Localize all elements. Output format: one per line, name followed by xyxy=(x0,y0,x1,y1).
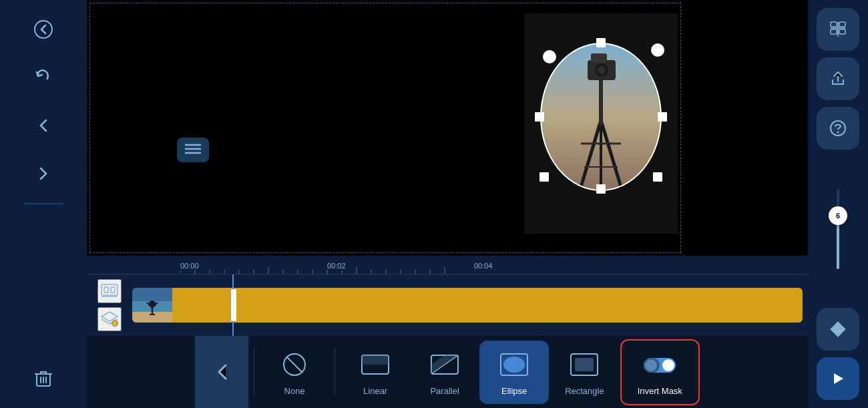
none-label: None xyxy=(284,386,305,396)
timeline-tracks: ! xyxy=(87,274,808,336)
svg-rect-84 xyxy=(839,22,845,27)
undo-button[interactable] xyxy=(22,56,65,99)
svg-rect-24 xyxy=(596,38,606,47)
svg-rect-26 xyxy=(596,184,606,194)
volume-track: 6 xyxy=(837,189,839,269)
svg-marker-93 xyxy=(830,321,845,337)
track-bracket xyxy=(231,289,236,321)
none-icon-box xyxy=(276,349,313,381)
mask-tool-parallel[interactable]: Parallel xyxy=(410,341,479,404)
timeline-ruler: 00:00 00:02 00:04 xyxy=(87,256,808,274)
svg-rect-54 xyxy=(111,287,115,292)
invert-icon-box xyxy=(641,349,678,381)
svg-line-69 xyxy=(286,357,302,373)
invert-label: Invert Mask xyxy=(638,386,682,396)
video-layer-icon[interactable] xyxy=(97,279,122,303)
svg-rect-78 xyxy=(575,358,594,371)
parallel-label: Parallel xyxy=(430,386,459,396)
back-circle-button[interactable] xyxy=(22,8,65,51)
mask-tool-rectangle[interactable]: Rectangle xyxy=(549,341,620,404)
rectangle-label: Rectangle xyxy=(565,386,604,396)
linear-icon-box xyxy=(357,349,394,381)
svg-point-82 xyxy=(645,359,657,371)
svg-rect-16 xyxy=(591,53,607,63)
sidebar-divider xyxy=(23,203,63,204)
svg-rect-71 xyxy=(362,355,389,365)
svg-point-80 xyxy=(662,359,674,371)
prev-button[interactable] xyxy=(22,104,65,147)
volume-fill xyxy=(837,221,839,269)
scene-svg xyxy=(524,13,678,234)
svg-rect-29 xyxy=(539,172,549,182)
svg-point-23 xyxy=(651,43,664,57)
svg-point-76 xyxy=(503,357,525,373)
next-button[interactable] xyxy=(22,152,65,195)
timeline-area: 00:00 00:02 00:04 xyxy=(87,256,808,336)
rectangle-icon-box xyxy=(566,349,603,381)
toolbar-divider-1 xyxy=(254,349,254,395)
toolbar-back-button[interactable] xyxy=(195,336,248,408)
layers-icon[interactable]: ! xyxy=(97,307,122,331)
mask-tool-ellipse[interactable]: Ellipse xyxy=(479,341,549,404)
mask-tool-linear[interactable]: Linear xyxy=(341,341,410,404)
volume-value: 6 xyxy=(836,212,840,220)
linear-label: Linear xyxy=(363,386,387,396)
svg-text:!: ! xyxy=(114,321,116,326)
export-button[interactable] xyxy=(817,8,859,51)
svg-rect-53 xyxy=(104,287,108,292)
svg-point-22 xyxy=(543,50,556,63)
svg-point-18 xyxy=(598,66,606,74)
svg-rect-85 xyxy=(831,29,837,34)
share-button[interactable] xyxy=(817,57,859,100)
volume-slider[interactable]: 6 xyxy=(837,156,839,301)
parallel-icon-box xyxy=(426,349,463,381)
svg-rect-86 xyxy=(839,29,845,34)
mask-tool-none[interactable]: None xyxy=(260,341,329,404)
volume-thumb[interactable]: 6 xyxy=(829,206,847,225)
right-sidebar: 6 xyxy=(808,0,868,408)
svg-rect-25 xyxy=(658,112,667,122)
mask-toolbar: None Linear xyxy=(87,336,808,408)
svg-rect-83 xyxy=(831,22,837,27)
main-content: 00:00 00:02 00:04 xyxy=(87,0,808,408)
settings-help-button[interactable] xyxy=(817,107,859,150)
svg-rect-28 xyxy=(653,172,662,182)
track-icons: ! xyxy=(97,279,122,331)
ruler-ticks xyxy=(180,256,781,274)
svg-rect-27 xyxy=(535,112,544,122)
ellipse-icon-box xyxy=(495,349,533,381)
track-thumbnail xyxy=(132,288,172,323)
left-sidebar xyxy=(0,0,87,408)
toolbar-divider-2 xyxy=(335,349,335,395)
video-preview xyxy=(87,0,808,256)
svg-marker-94 xyxy=(834,373,843,384)
play-button[interactable] xyxy=(817,357,859,400)
menu-bars-button[interactable] xyxy=(177,138,209,162)
ellipse-label: Ellipse xyxy=(501,386,527,396)
mask-tool-invert[interactable]: Invert Mask xyxy=(620,339,700,405)
diamond-button[interactable] xyxy=(817,308,859,351)
svg-point-0 xyxy=(35,21,52,38)
svg-point-92 xyxy=(837,132,839,134)
delete-button[interactable] xyxy=(22,357,65,400)
